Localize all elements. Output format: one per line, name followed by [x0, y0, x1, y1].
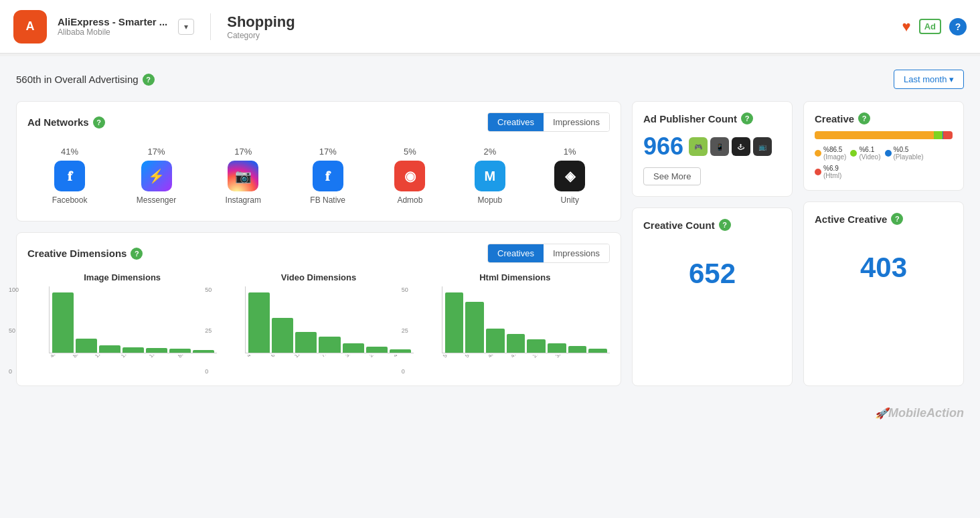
app-icon: A	[13, 10, 47, 44]
bar-2	[99, 345, 120, 353]
legend-label: %6.1(Video)	[859, 146, 880, 161]
app-dropdown[interactable]: ▾	[178, 19, 194, 35]
creative-count-card: Creative Count ? 652	[632, 207, 793, 386]
creative-count-help-icon[interactable]: ?	[719, 219, 731, 231]
bar-2	[295, 332, 317, 353]
network-item-instagram[interactable]: 17% 📷 Instagram	[226, 147, 261, 205]
rank-text: 560th in Overall Advertising ?	[16, 74, 155, 86]
networks-row: 41% 𝐟 Facebook 17% ⚡ Messenger 17% 📷 Ins…	[27, 141, 610, 210]
ad-networks-creatives-tab[interactable]: Creatives	[488, 113, 544, 131]
network-item-admob[interactable]: 5% ◉ Admob	[394, 147, 425, 205]
header-right: ♥ Ad ?	[902, 18, 967, 35]
bar-chart-image	[49, 286, 217, 353]
network-pct: 2%	[483, 147, 496, 157]
chart-video: Video Dimensions 50 25 0 400x224640x3601…	[224, 272, 413, 375]
bar-label-5: 288x360	[368, 355, 398, 369]
active-creative-help-icon[interactable]: ?	[891, 213, 903, 225]
creative-dimensions-help-icon[interactable]: ?	[131, 248, 143, 260]
active-creative-number: 403	[815, 252, 953, 284]
favorite-icon[interactable]: ♥	[902, 18, 911, 35]
bar-1	[465, 302, 484, 353]
network-name: Unity	[561, 195, 579, 205]
creative-dimensions-impressions-tab[interactable]: Impressions	[544, 244, 609, 262]
creative-dimensions-title: Creative Dimensions ?	[27, 248, 143, 260]
publisher-help-icon[interactable]: ?	[741, 112, 753, 124]
ad-networks-card: Ad Networks ? Creatives Impressions 41% …	[16, 101, 621, 222]
far-right-panel: Creative ? %86.5(Image)%6.1(Video)%0.5(P…	[803, 101, 964, 386]
creative-count-title: Creative Count ?	[643, 219, 781, 231]
pub-icon-3: 🕹	[732, 137, 750, 156]
bar-chart-html	[442, 286, 610, 353]
legend-item-(Video): %6.1(Video)	[850, 146, 880, 161]
network-name: Instagram	[226, 195, 261, 205]
publisher-count-title: Ad Publisher Count ?	[643, 112, 781, 124]
app-icon-text: A	[26, 19, 35, 33]
publisher-count-row: 966 🎮 📱 🕹 📺	[643, 133, 781, 161]
header: A AliExpress - Smarter ... Alibaba Mobil…	[0, 0, 980, 54]
network-pct: 17%	[319, 147, 337, 157]
legend-dot	[850, 150, 857, 157]
rank-help-icon[interactable]: ?	[143, 74, 155, 86]
legend-dot	[815, 150, 821, 157]
see-more-button[interactable]: See More	[643, 167, 701, 185]
legend-item-(Image): %86.5(Image)	[815, 146, 846, 161]
bar-1	[272, 318, 293, 353]
network-item-mopub[interactable]: 2% M Mopub	[475, 147, 505, 205]
bar-7	[588, 349, 607, 353]
ad-networks-help-icon[interactable]: ?	[93, 116, 105, 128]
network-icon-fb: 𝐟	[54, 161, 85, 191]
y-axis-image: 100 50 0	[9, 286, 19, 375]
bar-chart-video	[245, 286, 413, 353]
bar-3	[122, 347, 144, 353]
publisher-count-number: 966	[643, 133, 683, 161]
bar-3	[507, 334, 525, 353]
chart-wrapper-video: 50 25 0 400x224640x3601280x720720x720320…	[224, 286, 413, 375]
last-month-button[interactable]: Last month ▾	[894, 70, 964, 89]
bar-6	[568, 346, 587, 353]
bar-label-4: 1000x1000	[148, 355, 181, 369]
bar-0	[445, 292, 464, 353]
bar-label-3: 720x720	[319, 355, 349, 369]
chart-title-video: Video Dimensions	[281, 272, 356, 282]
category-info: Shopping Category	[227, 13, 295, 40]
ad-networks-header: Ad Networks ? Creatives Impressions	[27, 112, 610, 132]
left-panel: Ad Networks ? Creatives Impressions 41% …	[16, 101, 621, 386]
bar-3	[319, 337, 340, 353]
chart-wrapper-image: 100 50 0 403x403800x4001200x6281920x1920…	[27, 286, 217, 375]
bar-1	[76, 339, 97, 353]
creative-help-icon[interactable]: ?	[858, 112, 870, 124]
bar-labels-video: 400x224640x3601280x720720x720320x320288x…	[245, 355, 413, 375]
network-icon-instagram: 📷	[228, 161, 258, 191]
creative-dimensions-creatives-tab[interactable]: Creatives	[488, 244, 544, 262]
chart-html: Html Dimensions 50 25 0 549x976549x68248…	[420, 272, 610, 375]
network-pct: 17%	[147, 147, 165, 157]
chart-image: Image Dimensions 100 50 0 403x403800x400…	[27, 272, 217, 375]
bar-5	[169, 349, 191, 353]
active-creative-card: Active Creative ? 403	[803, 201, 964, 386]
help-icon[interactable]: ?	[949, 18, 967, 35]
network-item-unity[interactable]: 1% ◈ Unity	[554, 147, 585, 205]
brand-footer: 🚀MobileAction	[0, 400, 980, 427]
ad-badge[interactable]: Ad	[919, 19, 941, 34]
bar-label-3: 1920x1920	[120, 355, 153, 369]
legend-label: %86.5(Image)	[823, 146, 846, 161]
bar-5	[366, 347, 388, 353]
network-item-fbnative[interactable]: 17% 𝐟 FB Native	[310, 147, 345, 205]
bar-4	[527, 339, 546, 353]
network-item-messenger[interactable]: 17% ⚡ Messenger	[137, 147, 176, 205]
network-item-facebook[interactable]: 41% 𝐟 Facebook	[52, 147, 88, 205]
creative-bar	[815, 131, 953, 139]
ad-networks-impressions-tab[interactable]: Impressions	[544, 113, 609, 131]
pub-icon-2: 📱	[710, 137, 729, 156]
y-axis-html: 50 25 0	[402, 286, 408, 375]
bar-labels-html: 549x976549x682480x853411x891274x411360x7…	[442, 355, 610, 375]
network-pct: 5%	[404, 147, 416, 157]
ad-networks-title: Ad Networks ?	[27, 116, 105, 128]
bar-label-2: 1280x720	[293, 355, 324, 369]
network-pct: 17%	[234, 147, 252, 157]
category-subtitle: Category	[227, 31, 295, 40]
legend-item-(Html): %6.9(Html)	[815, 165, 841, 179]
creative-card: Creative ? %86.5(Image)%6.1(Video)%0.5(P…	[803, 101, 964, 191]
bar-labels-image: 403x403800x4001200x6281920x19201000x1000…	[49, 355, 217, 375]
creative-dimensions-header: Creative Dimensions ? Creatives Impressi…	[27, 244, 610, 263]
